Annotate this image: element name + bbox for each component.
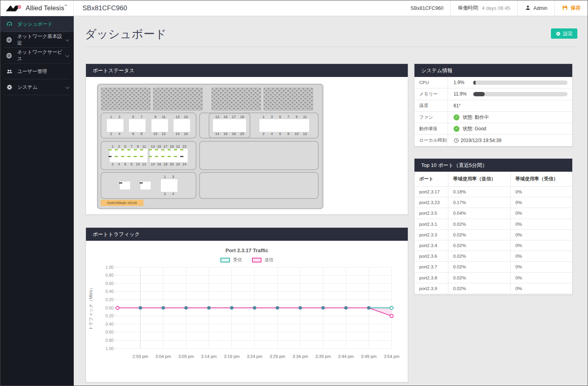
port-23[interactable] bbox=[181, 149, 188, 156]
port-5[interactable] bbox=[276, 119, 284, 126]
port-number-label: 16 bbox=[156, 162, 162, 167]
port-8[interactable] bbox=[137, 126, 146, 132]
svg-text:0.20: 0.20 bbox=[106, 297, 114, 302]
user-menu[interactable]: Admin bbox=[517, 0, 554, 16]
svg-text:3:44 pm: 3:44 pm bbox=[338, 354, 354, 359]
port-number-label: 18 bbox=[162, 162, 169, 167]
sidebar-item-1[interactable]: ダッシュボード bbox=[0, 16, 74, 32]
window-device-title: SBx81CFC960 bbox=[74, 0, 127, 16]
port-number-label: 8 bbox=[284, 132, 293, 136]
port-17[interactable] bbox=[230, 119, 238, 126]
port-13[interactable] bbox=[174, 119, 182, 126]
port-24[interactable] bbox=[181, 156, 188, 162]
rx-cell: 0% bbox=[510, 219, 572, 229]
port-15[interactable] bbox=[221, 119, 230, 126]
rx-cell: 0% bbox=[510, 208, 572, 218]
port-2[interactable] bbox=[259, 126, 268, 132]
svg-text:0.60: 0.60 bbox=[106, 281, 114, 286]
port-4[interactable] bbox=[115, 126, 123, 132]
svg-text:3:49 pm: 3:49 pm bbox=[361, 354, 377, 359]
management-port[interactable] bbox=[140, 182, 151, 189]
port-1[interactable] bbox=[107, 119, 115, 126]
port-13[interactable] bbox=[213, 119, 221, 126]
table-row: port2.3.40.02%0% bbox=[414, 240, 572, 251]
port-4[interactable] bbox=[268, 126, 276, 132]
port-7[interactable] bbox=[284, 119, 293, 126]
svg-text:0.80: 0.80 bbox=[106, 338, 114, 343]
sidebar-item-label: ネットワークサービス bbox=[17, 49, 65, 62]
port-5[interactable] bbox=[129, 119, 137, 126]
globe-icon bbox=[6, 37, 12, 43]
system-info-panel: システム情報 CPU1.9%メモリー11.9%温度61°ファン✓状態: 動作中動… bbox=[414, 64, 573, 147]
port-number-label: 15 bbox=[221, 115, 230, 119]
svg-text:0.00: 0.00 bbox=[106, 305, 114, 310]
port-number-label: 10 bbox=[151, 132, 160, 136]
port-14[interactable] bbox=[213, 126, 221, 132]
column-header: 帯域使用率（受信） bbox=[510, 172, 572, 186]
sidebar-item-2[interactable]: ネットワーク基本設定 bbox=[0, 32, 74, 48]
port-number-label: 6 bbox=[276, 132, 284, 136]
port-11[interactable] bbox=[160, 119, 168, 126]
port-number-label: 1 bbox=[110, 144, 116, 149]
table-row: port2.3.10.02%0% bbox=[414, 219, 572, 230]
table-header-row: ポート帯域使用率（送信）帯域使用率（受信） bbox=[414, 172, 572, 187]
svg-text:トラフィック（Mb/s）: トラフィック（Mb/s） bbox=[88, 285, 93, 330]
port-2[interactable] bbox=[161, 186, 169, 192]
port-cell: port2.3.7 bbox=[414, 262, 448, 272]
port-12[interactable] bbox=[141, 156, 147, 162]
user-icon bbox=[525, 5, 531, 12]
save-button[interactable]: 保存 bbox=[554, 0, 588, 16]
settings-button[interactable]: 設定 bbox=[551, 28, 577, 39]
port-9[interactable] bbox=[151, 119, 160, 126]
port-18[interactable] bbox=[230, 126, 238, 132]
sidebar-item-5[interactable]: システム bbox=[0, 79, 74, 95]
port-group: 13141516 bbox=[174, 115, 190, 136]
port-2[interactable] bbox=[107, 126, 115, 132]
port-number-label: 5 bbox=[129, 115, 137, 119]
sidebar-item-4[interactable]: ユーザー管理 bbox=[0, 64, 74, 79]
local-time-value: 2019/12/3 19:54:39 bbox=[461, 138, 501, 143]
port-14[interactable] bbox=[174, 126, 182, 132]
port-3[interactable] bbox=[115, 119, 123, 126]
system-info-label: ローカル時刻 bbox=[414, 135, 448, 146]
rx-cell: 0% bbox=[510, 240, 572, 251]
brand-logo: Allied Telesis™ bbox=[0, 0, 74, 16]
rx-cell: 0% bbox=[510, 283, 572, 294]
legend-item-受信[interactable]: 受信 bbox=[220, 257, 242, 263]
port-11[interactable] bbox=[301, 119, 309, 126]
users-icon bbox=[6, 68, 13, 75]
port-8[interactable] bbox=[284, 126, 293, 132]
port-11[interactable] bbox=[141, 149, 147, 156]
legend-item-送信[interactable]: 送信 bbox=[252, 257, 273, 263]
port-6[interactable] bbox=[276, 126, 284, 132]
port-20[interactable] bbox=[238, 126, 246, 132]
sidebar-item-3[interactable]: ネットワークサービス bbox=[0, 48, 74, 64]
port-number-label: 4 bbox=[169, 192, 177, 196]
port-16[interactable] bbox=[182, 126, 190, 132]
port-12[interactable] bbox=[301, 126, 309, 132]
port-number-label: 13 bbox=[213, 115, 221, 119]
management-port[interactable] bbox=[120, 182, 130, 189]
port-10[interactable] bbox=[151, 126, 160, 132]
line-card-1-right: 1314151617181920123456789101112 bbox=[199, 112, 319, 139]
port-3[interactable] bbox=[169, 179, 177, 186]
header-divider bbox=[85, 47, 577, 47]
chevron-down-icon bbox=[65, 85, 69, 89]
port-15[interactable] bbox=[182, 119, 190, 126]
port-1[interactable] bbox=[259, 119, 268, 126]
table-row: port2.3.50.04%0% bbox=[414, 208, 572, 219]
port-12[interactable] bbox=[160, 126, 168, 132]
port-4[interactable] bbox=[169, 186, 177, 192]
port-6[interactable] bbox=[129, 126, 137, 132]
legend-swatch bbox=[252, 258, 261, 262]
port-3[interactable] bbox=[268, 119, 276, 126]
port-19[interactable] bbox=[238, 119, 246, 126]
port-10[interactable] bbox=[293, 126, 301, 132]
port-16[interactable] bbox=[221, 126, 230, 132]
status-ok-icon: ✓ bbox=[454, 114, 459, 120]
port-number-label: 19 bbox=[169, 144, 175, 149]
port-1[interactable] bbox=[161, 179, 169, 186]
port-7[interactable] bbox=[137, 119, 146, 126]
rx-cell: 0% bbox=[510, 273, 572, 283]
port-9[interactable] bbox=[293, 119, 301, 126]
